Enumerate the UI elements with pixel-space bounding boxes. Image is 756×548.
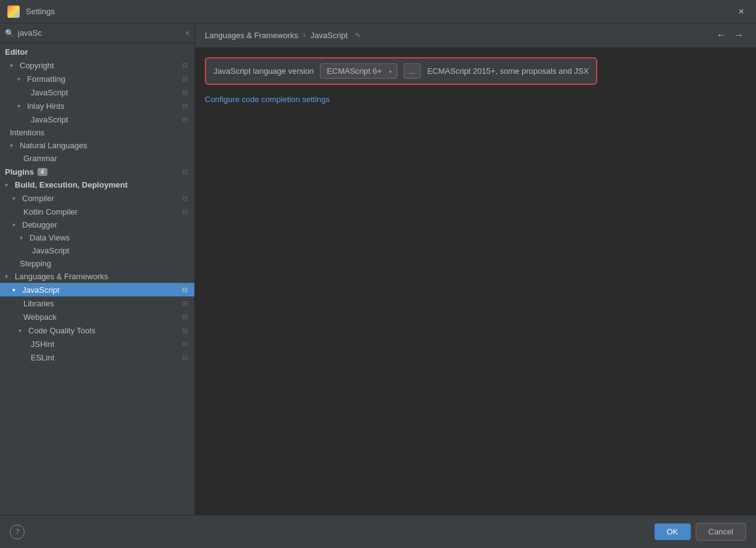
cancel-button[interactable]: Cancel (696, 523, 746, 541)
ellipsis-button[interactable]: ... (404, 63, 421, 79)
ok-button[interactable]: OK (655, 523, 691, 540)
chevron-icon: ▾ (10, 62, 17, 69)
settings-icon: ⊟ (180, 207, 189, 216)
settings-window: Settings × 🔍 × Editor ▾ Copyright (0, 0, 756, 548)
breadcrumb-parent[interactable]: Languages & Frameworks (205, 31, 298, 40)
jshint-label: JSHint (31, 340, 54, 349)
sidebar-item-javascript-inlay[interactable]: JavaScript ⊟ (0, 113, 194, 126)
settings-icon: ⊟ (180, 352, 189, 362)
sidebar-item-jshint[interactable]: JSHint ⊟ (0, 337, 194, 351)
sidebar-item-javascript-formatting[interactable]: JavaScript ⊟ (0, 85, 194, 99)
sidebar-item-grammar[interactable]: Grammar (0, 152, 194, 165)
config-link[interactable]: Configure code completion settings (205, 95, 330, 104)
sidebar-item-languages-frameworks[interactable]: ▾ Languages & Frameworks (0, 270, 194, 283)
sidebar-item-code-quality-tools[interactable]: ▾ Code Quality Tools ⊟ (0, 324, 194, 337)
sidebar-item-webpack[interactable]: Webpack ⊟ (0, 310, 194, 324)
language-version-row: JavaScript language version ECMAScript 6… (205, 57, 597, 85)
close-button[interactable]: × (734, 4, 749, 19)
sidebar-item-javascript-data-views[interactable]: JavaScript (0, 244, 194, 257)
ecmascript-dropdown[interactable]: ECMAScript 6+ (320, 63, 397, 79)
settings-icon: ⊟ (180, 193, 189, 203)
sidebar-item-formatting[interactable]: ▾ Formatting ⊟ (0, 72, 194, 85)
right-panel: Languages & Frameworks › JavaScript ✎ ← … (195, 23, 756, 515)
window-title: Settings (26, 7, 55, 16)
nav-arrows: ← → (714, 28, 746, 42)
compiler-label: Compiler (22, 194, 54, 203)
sidebar-tree: Editor ▾ Copyright ⊟ ▾ Formatting ⊟ Java… (0, 43, 194, 515)
settings-icon: ⊟ (180, 325, 189, 335)
search-clear-icon[interactable]: × (185, 29, 189, 38)
sidebar-item-compiler[interactable]: ▾ Compiler ⊟ (0, 191, 194, 205)
settings-icon: ⊟ (180, 298, 189, 308)
sidebar-item-javascript-main[interactable]: ▾ JavaScript ⊟ (0, 283, 194, 296)
settings-icon: ⊟ (180, 285, 189, 295)
kotlin-compiler-label: Kotlin Compiler (23, 207, 78, 216)
sidebar-item-intentions[interactable]: Intentions (0, 126, 194, 139)
breadcrumb-current: JavaScript (311, 31, 348, 40)
chevron-icon: ▾ (12, 195, 20, 202)
sidebar-item-build-execution[interactable]: ▾ Build, Execution, Deployment (0, 178, 194, 191)
sidebar-item-inlay-hints[interactable]: ▾ Inlay Hints ⊟ (0, 99, 194, 113)
search-bar: 🔍 × (0, 23, 194, 43)
settings-icon: ⊟ (180, 312, 189, 322)
chevron-icon: ▾ (12, 287, 20, 293)
plugins-badge: 4 (38, 168, 47, 176)
formatting-label: Formatting (27, 74, 65, 84)
plugins-label: Plugins (5, 167, 34, 177)
ecma-description: ECMAScript 2015+, some proposals and JSX (427, 66, 589, 76)
js-formatting-label: JavaScript (31, 88, 68, 97)
stepping-label: Stepping (20, 259, 51, 268)
back-arrow[interactable]: ← (714, 28, 729, 42)
sidebar-item-natural-languages[interactable]: ▾ Natural Languages (0, 139, 194, 152)
breadcrumb-separator: › (303, 31, 306, 39)
chevron-icon: ▾ (17, 76, 25, 82)
libraries-label: Libraries (23, 299, 54, 308)
editor-label: Editor (5, 47, 28, 57)
data-views-label: Data Views (30, 233, 70, 242)
footer-buttons: OK Cancel (655, 523, 746, 541)
forward-arrow[interactable]: → (731, 28, 746, 42)
settings-icon: ⊟ (180, 101, 189, 111)
sidebar-item-stepping[interactable]: Stepping (0, 257, 194, 270)
copyright-label: Copyright (20, 61, 54, 70)
sidebar-item-eslint[interactable]: ESLint ⊟ (0, 351, 194, 364)
settings-icon: ⊟ (180, 167, 189, 177)
chevron-icon: ▾ (12, 221, 20, 228)
settings-icon: ⊟ (180, 60, 189, 70)
sidebar-item-editor[interactable]: Editor (0, 46, 194, 58)
chevron-icon: ▾ (18, 327, 26, 334)
natural-languages-label: Natural Languages (20, 141, 87, 150)
sidebar-item-debugger[interactable]: ▾ Debugger (0, 218, 194, 231)
search-icon: 🔍 (5, 29, 14, 38)
chevron-icon: ▾ (10, 142, 17, 149)
search-input[interactable] (18, 28, 181, 38)
languages-frameworks-label: Languages & Frameworks (15, 272, 108, 281)
help-button[interactable]: ? (10, 525, 25, 539)
sidebar-item-kotlin-compiler[interactable]: Kotlin Compiler ⊟ (0, 205, 194, 218)
grammar-label: Grammar (23, 154, 57, 163)
js-main-label: JavaScript (22, 285, 60, 295)
chevron-icon: ▾ (5, 273, 12, 280)
sidebar: 🔍 × Editor ▾ Copyright ⊟ ▾ (0, 23, 195, 515)
app-logo (7, 6, 20, 18)
webpack-label: Webpack (23, 312, 57, 322)
main-content: 🔍 × Editor ▾ Copyright ⊟ ▾ (0, 23, 756, 515)
dropdown-value: ECMAScript 6+ (327, 66, 381, 76)
eslint-label: ESLint (31, 353, 54, 362)
inlay-hints-label: Inlay Hints (27, 101, 65, 111)
chevron-icon: ▾ (5, 181, 12, 188)
sidebar-item-data-views[interactable]: ▾ Data Views (0, 231, 194, 244)
sidebar-item-copyright[interactable]: ▾ Copyright ⊟ (0, 58, 194, 72)
settings-icon: ⊟ (180, 339, 189, 349)
chevron-icon: ▾ (17, 103, 25, 109)
breadcrumb-bar: Languages & Frameworks › JavaScript ✎ ← … (195, 23, 756, 47)
settings-icon: ⊟ (180, 114, 189, 124)
settings-icon: ⊟ (180, 87, 189, 97)
debugger-label: Debugger (22, 220, 57, 229)
build-execution-label: Build, Execution, Deployment (15, 180, 127, 189)
intentions-label: Intentions (10, 128, 44, 137)
edit-icon[interactable]: ✎ (355, 31, 360, 39)
code-quality-tools-label: Code Quality Tools (28, 326, 95, 335)
sidebar-item-libraries[interactable]: Libraries ⊟ (0, 296, 194, 310)
sidebar-item-plugins[interactable]: Plugins 4 ⊟ (0, 165, 194, 178)
